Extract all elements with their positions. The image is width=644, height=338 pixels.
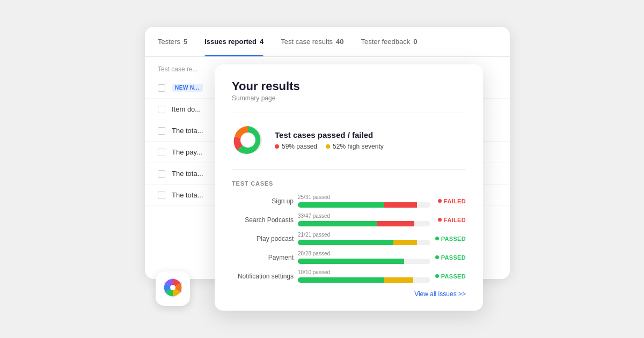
severity-badge: 52% high severity [326, 143, 384, 150]
status-text: PASSED [441, 273, 466, 280]
svg-point-4 [170, 285, 175, 290]
bar-label: 21/21 passed [298, 232, 430, 238]
bar-yellow [393, 240, 417, 245]
bar-group: 28/28 passed [298, 251, 430, 264]
tab-results-count: 40 [336, 38, 343, 46]
bar-fill [298, 277, 430, 283]
test-case-row-signup: Sign up 25/31 passed FAILED [232, 194, 466, 208]
bar-green [298, 240, 393, 245]
divider-2 [232, 169, 466, 170]
bar-yellow [384, 277, 413, 283]
bar-green [298, 277, 384, 283]
status-text: PASSED [441, 236, 466, 242]
checkbox[interactable] [158, 127, 165, 135]
chart-title: Test cases passed / failed [275, 130, 466, 139]
svg-point-1 [240, 133, 255, 148]
passed-badge: 59% passed [275, 143, 317, 150]
checkbox[interactable] [158, 149, 165, 156]
passed-label: 59% passed [282, 143, 317, 150]
test-case-row-search: Search Podcasts 33/47 passed FAILED [232, 213, 466, 226]
bar-label: 25/31 passed [298, 194, 430, 200]
stats-row: Test cases passed / failed 59% passed 52… [232, 124, 466, 156]
bar-label: 33/47 passed [298, 213, 430, 219]
severity-dot [326, 144, 330, 149]
results-subtitle: Summary page [232, 94, 466, 102]
list-item-text: The pay... [172, 148, 202, 156]
stats-badges: 59% passed 52% high severity [275, 143, 466, 150]
status-badge-signup: FAILED [435, 198, 466, 204]
bar-green [298, 221, 377, 226]
status-dot [438, 218, 442, 222]
test-case-name: Payment [232, 254, 294, 261]
view-all-link[interactable]: View all issues >> [232, 290, 466, 298]
status-text: FAILED [444, 217, 466, 223]
test-case-row-payment: Payment 28/28 passed PASSED [232, 251, 466, 264]
hex-icon [162, 276, 184, 301]
tab-testers-count: 5 [184, 38, 187, 46]
bar-green [298, 202, 384, 208]
status-badge-payment: PASSED [435, 254, 466, 261]
list-item-text: Item do... [172, 105, 201, 113]
divider [232, 113, 466, 113]
status-badge-search: FAILED [435, 217, 466, 223]
tab-feedback-count: 0 [413, 38, 417, 46]
bar-label: 28/28 passed [298, 251, 430, 256]
tab-results-label: Test case results [281, 38, 333, 46]
status-text: PASSED [441, 254, 466, 261]
bar-group: 33/47 passed [298, 213, 430, 226]
severity-label: 52% high severity [333, 143, 384, 150]
tab-issues-reported[interactable]: Issues reported 4 [204, 27, 264, 56]
list-item-text: The tota... [172, 170, 203, 178]
results-title: Your results [232, 79, 466, 93]
test-case-row-play: Play podcast 21/21 passed PASSED [232, 232, 466, 245]
checkbox[interactable] [158, 170, 165, 178]
bar-group: 25/31 passed [298, 194, 430, 208]
status-dot [438, 199, 442, 203]
tabs-row: Testers 5 Issues reported 4 Test case re… [145, 27, 510, 57]
bar-fill [298, 240, 430, 245]
test-case-name: Search Podcasts [232, 216, 294, 224]
status-dot [435, 255, 439, 259]
test-case-row-notifications: Notification settings 10/10 passed PASSE… [232, 269, 466, 283]
tab-issues-label: Issues reported [204, 38, 257, 46]
bar-track [298, 259, 430, 264]
status-dot [435, 274, 439, 278]
test-case-name: Sign up [232, 197, 294, 205]
status-badge-play: PASSED [435, 236, 466, 242]
tab-test-case-results[interactable]: Test case results 40 [281, 27, 343, 56]
results-card: Your results Summary page Test cases pas… [215, 64, 483, 311]
bar-track [298, 240, 430, 245]
list-item-text: The tota... [172, 127, 203, 135]
passed-dot [275, 144, 279, 149]
tab-tester-feedback[interactable]: Tester feedback 0 [361, 27, 418, 56]
bar-group: 21/21 passed [298, 232, 430, 245]
status-text: FAILED [444, 198, 466, 204]
list-item-text: The tota... [172, 191, 203, 199]
test-case-name: Play podcast [232, 235, 294, 243]
checkbox[interactable] [158, 84, 165, 92]
bar-fill [298, 221, 430, 226]
bar-green [298, 259, 404, 264]
bar-fill [298, 202, 430, 208]
bar-track [298, 202, 430, 208]
test-case-name: Notification settings [232, 273, 294, 280]
checkbox[interactable] [158, 192, 165, 199]
bar-red [377, 221, 414, 226]
bar-red [384, 202, 418, 208]
section-title: TEST CASES [232, 180, 466, 187]
checkbox[interactable] [158, 106, 165, 113]
tab-testers[interactable]: Testers 5 [158, 27, 187, 56]
app-icon [156, 271, 190, 306]
bar-fill [298, 259, 430, 264]
stats-info: Test cases passed / failed 59% passed 52… [275, 130, 466, 150]
new-badge: NEW N... [172, 84, 203, 92]
bar-track [298, 277, 430, 283]
bar-track [298, 221, 430, 226]
status-badge-notifications: PASSED [435, 273, 466, 280]
tab-issues-count: 4 [260, 38, 264, 46]
bar-label: 10/10 passed [298, 269, 430, 275]
bar-group: 10/10 passed [298, 269, 430, 283]
tab-feedback-label: Tester feedback [361, 38, 411, 46]
pie-chart [232, 124, 264, 156]
tab-testers-label: Testers [158, 38, 180, 46]
